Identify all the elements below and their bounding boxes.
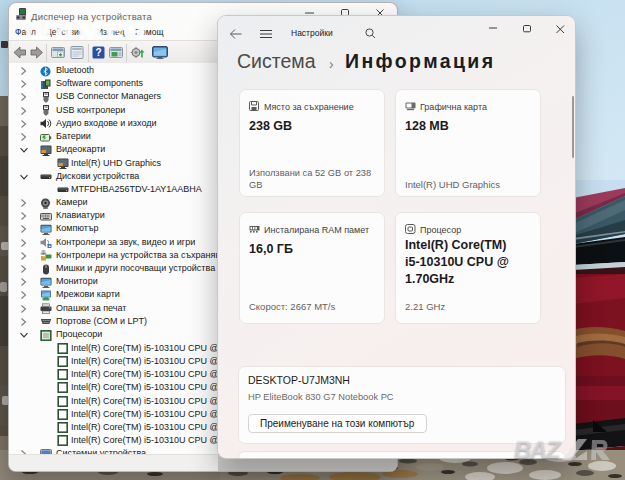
svg-text:?: ? bbox=[95, 47, 101, 58]
